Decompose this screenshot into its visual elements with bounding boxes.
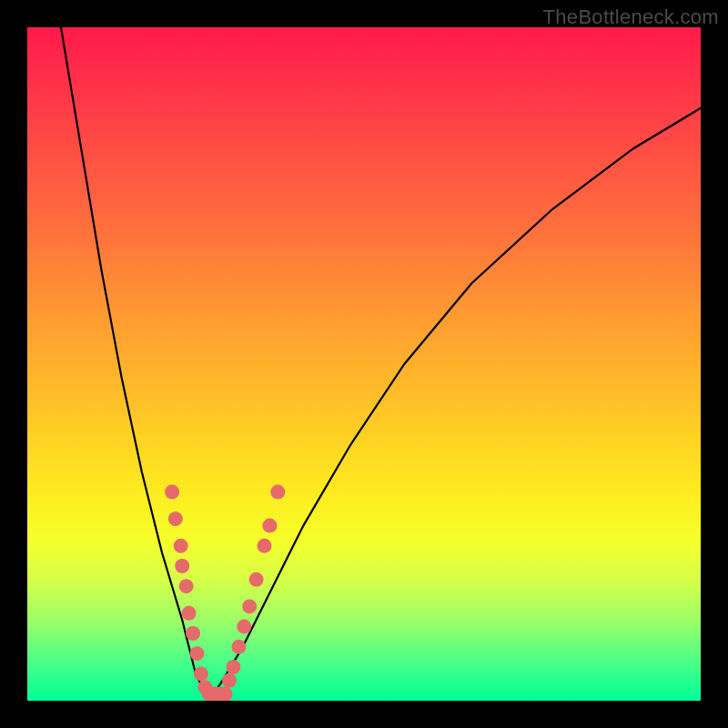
right-branch-curve: [209, 108, 701, 701]
plot-area: [27, 27, 701, 701]
data-marker: [179, 579, 194, 593]
data-marker: [174, 539, 188, 553]
data-marker: [237, 620, 251, 634]
data-marker: [194, 666, 208, 681]
data-marker: [249, 572, 264, 587]
data-marker: [258, 539, 272, 553]
chart-frame: TheBottleneck.com: [0, 0, 728, 728]
left-branch-curve: [61, 27, 209, 701]
marker-group: [165, 485, 285, 701]
data-marker: [186, 626, 200, 641]
data-marker: [182, 606, 197, 621]
data-marker: [165, 485, 179, 500]
plot-svg: [27, 27, 701, 701]
data-marker: [262, 519, 277, 533]
watermark-text: TheBottleneck.com: [543, 5, 719, 29]
data-marker: [175, 559, 189, 573]
data-marker: [242, 599, 257, 613]
data-marker: [270, 485, 285, 500]
data-marker: [226, 660, 240, 674]
data-marker: [190, 646, 205, 661]
data-marker: [222, 673, 237, 688]
data-marker: [231, 640, 246, 654]
data-marker: [218, 687, 233, 701]
data-marker: [168, 511, 183, 526]
curve-group: [61, 27, 701, 701]
